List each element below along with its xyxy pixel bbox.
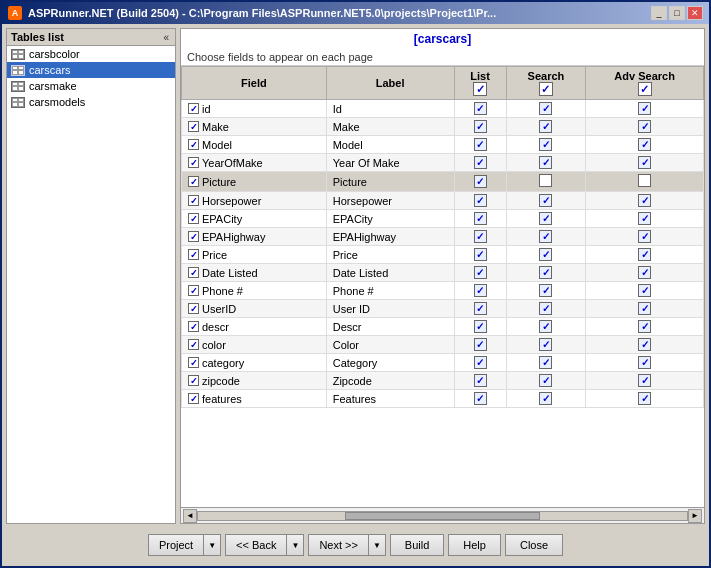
sidebar-item-carsbcolor[interactable]: carsbcolor <box>7 46 175 62</box>
help-button[interactable]: Help <box>448 534 501 556</box>
search-checkbox[interactable] <box>539 194 552 207</box>
list-checkbox[interactable] <box>474 156 487 169</box>
list-checkbox[interactable] <box>474 266 487 279</box>
row-checkbox[interactable] <box>188 321 199 332</box>
advsearch-checkbox[interactable] <box>638 102 651 115</box>
project-dropdown-button[interactable]: ▼ <box>203 534 221 556</box>
close-window-button[interactable]: ✕ <box>687 6 703 20</box>
sidebar-item-carsmodels[interactable]: carsmodels <box>7 94 175 110</box>
back-dropdown-button[interactable]: ▼ <box>286 534 304 556</box>
maximize-button[interactable]: □ <box>669 6 685 20</box>
list-checkbox[interactable] <box>474 230 487 243</box>
advsearch-checkbox[interactable] <box>638 174 651 187</box>
label-cell: Picture <box>326 172 454 192</box>
list-checkbox[interactable] <box>474 138 487 151</box>
advsearch-checkbox[interactable] <box>638 230 651 243</box>
search-checkbox[interactable] <box>539 230 552 243</box>
project-button[interactable]: Project <box>148 534 203 556</box>
search-all-checkbox[interactable] <box>539 82 553 96</box>
search-checkbox[interactable] <box>539 284 552 297</box>
row-checkbox[interactable] <box>188 303 199 314</box>
search-checkbox[interactable] <box>539 102 552 115</box>
label-cell: Year Of Make <box>326 154 454 172</box>
advsearch-checkbox[interactable] <box>638 356 651 369</box>
search-checkbox[interactable] <box>539 356 552 369</box>
search-cell <box>506 300 586 318</box>
search-checkbox[interactable] <box>539 374 552 387</box>
list-checkbox[interactable] <box>474 302 487 315</box>
advsearch-checkbox[interactable] <box>638 212 651 225</box>
advsearch-all-checkbox[interactable] <box>638 82 652 96</box>
search-checkbox[interactable] <box>539 120 552 133</box>
field-cell: zipcode <box>182 372 327 390</box>
row-checkbox[interactable] <box>188 339 199 350</box>
advsearch-checkbox[interactable] <box>638 248 651 261</box>
horizontal-scrollbar-thumb[interactable] <box>345 512 541 520</box>
label-cell: Model <box>326 136 454 154</box>
advsearch-checkbox[interactable] <box>638 284 651 297</box>
row-checkbox[interactable] <box>188 249 199 260</box>
row-checkbox[interactable] <box>188 231 199 242</box>
advsearch-checkbox[interactable] <box>638 266 651 279</box>
search-checkbox[interactable] <box>539 392 552 405</box>
advsearch-checkbox[interactable] <box>638 320 651 333</box>
search-checkbox[interactable] <box>539 156 552 169</box>
row-checkbox[interactable] <box>188 103 199 114</box>
search-checkbox[interactable] <box>539 302 552 315</box>
list-checkbox[interactable] <box>474 320 487 333</box>
sidebar-item-carsmake[interactable]: carsmake <box>7 78 175 94</box>
advsearch-checkbox[interactable] <box>638 194 651 207</box>
search-checkbox[interactable] <box>539 248 552 261</box>
row-checkbox[interactable] <box>188 357 199 368</box>
scroll-left-button[interactable]: ◄ <box>183 509 197 523</box>
row-checkbox[interactable] <box>188 285 199 296</box>
row-checkbox[interactable] <box>188 375 199 386</box>
row-checkbox[interactable] <box>188 121 199 132</box>
list-checkbox[interactable] <box>474 120 487 133</box>
list-checkbox[interactable] <box>474 212 487 225</box>
search-checkbox[interactable] <box>539 320 552 333</box>
list-all-checkbox[interactable] <box>473 82 487 96</box>
advsearch-checkbox[interactable] <box>638 120 651 133</box>
advsearch-cell <box>586 354 704 372</box>
list-cell <box>454 390 506 408</box>
next-button[interactable]: Next >> <box>308 534 368 556</box>
list-checkbox[interactable] <box>474 392 487 405</box>
advsearch-checkbox[interactable] <box>638 338 651 351</box>
row-checkbox[interactable] <box>188 213 199 224</box>
list-checkbox[interactable] <box>474 356 487 369</box>
advsearch-cell <box>586 136 704 154</box>
row-checkbox[interactable] <box>188 195 199 206</box>
search-checkbox[interactable] <box>539 174 552 187</box>
list-checkbox[interactable] <box>474 248 487 261</box>
close-button[interactable]: Close <box>505 534 563 556</box>
search-checkbox[interactable] <box>539 138 552 151</box>
list-checkbox[interactable] <box>474 374 487 387</box>
list-checkbox[interactable] <box>474 102 487 115</box>
back-button[interactable]: << Back <box>225 534 286 556</box>
build-button[interactable]: Build <box>390 534 444 556</box>
advsearch-checkbox[interactable] <box>638 156 651 169</box>
row-checkbox[interactable] <box>188 176 199 187</box>
row-checkbox[interactable] <box>188 157 199 168</box>
advsearch-checkbox[interactable] <box>638 392 651 405</box>
row-checkbox[interactable] <box>188 393 199 404</box>
minimize-button[interactable]: _ <box>651 6 667 20</box>
next-dropdown-button[interactable]: ▼ <box>368 534 386 556</box>
sidebar-item-carscars[interactable]: carscars <box>7 62 175 78</box>
row-checkbox[interactable] <box>188 267 199 278</box>
scroll-right-button[interactable]: ► <box>688 509 702 523</box>
search-checkbox[interactable] <box>539 266 552 279</box>
advsearch-checkbox[interactable] <box>638 138 651 151</box>
advsearch-checkbox[interactable] <box>638 302 651 315</box>
row-checkbox[interactable] <box>188 139 199 150</box>
list-checkbox[interactable] <box>474 284 487 297</box>
advsearch-checkbox[interactable] <box>638 374 651 387</box>
search-checkbox[interactable] <box>539 212 552 225</box>
horizontal-scrollbar-track[interactable] <box>197 511 688 521</box>
sidebar-collapse-button[interactable]: « <box>161 32 171 43</box>
list-checkbox[interactable] <box>474 194 487 207</box>
list-checkbox[interactable] <box>474 338 487 351</box>
search-checkbox[interactable] <box>539 338 552 351</box>
list-checkbox[interactable] <box>474 175 487 188</box>
